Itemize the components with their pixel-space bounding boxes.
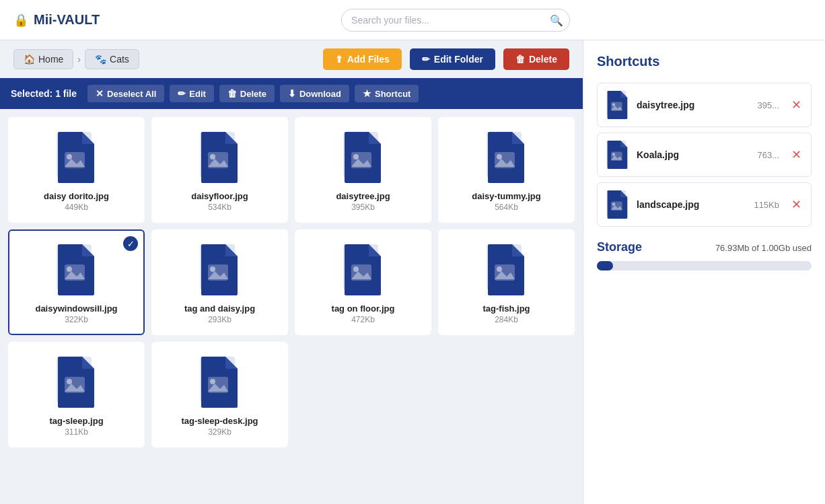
svg-point-14 <box>67 266 72 272</box>
file-name: tag-fish.jpg <box>482 303 530 314</box>
breadcrumb-cats-label: Cats <box>110 54 129 65</box>
file-card[interactable]: tag and daisy.jpg 293Kb <box>151 229 288 335</box>
star-icon: ★ <box>363 88 371 99</box>
svg-point-2 <box>67 154 72 159</box>
shortcut-size: 763... <box>757 150 779 160</box>
file-icon <box>485 243 528 297</box>
lock-icon: 🔒 <box>13 13 28 28</box>
shortcut-remove-button[interactable]: ✕ <box>790 199 803 211</box>
file-card[interactable]: daisyfloor.jpg 534Kb <box>151 117 288 223</box>
breadcrumb-cats[interactable]: 🐾 Cats <box>85 49 139 69</box>
svg-point-32 <box>612 103 615 106</box>
delete-selection-button[interactable]: 🗑 Delete <box>219 85 275 102</box>
file-icon <box>199 131 242 184</box>
main-layout: 🏠 Home › 🐾 Cats ⬆ Add Files ✏ Edit Folde… <box>0 40 825 504</box>
shortcut-name: Koala.jpg <box>637 149 750 160</box>
file-name: tag on floor.jpg <box>332 303 395 314</box>
delete-button[interactable]: 🗑 Delete <box>503 48 569 70</box>
shortcut-size: 395... <box>757 100 779 110</box>
file-size: 311Kb <box>65 427 88 437</box>
cats-icon: 🐾 <box>95 54 106 65</box>
storage-bar-fill <box>597 261 613 271</box>
file-name: tag and daisy.jpg <box>184 303 255 314</box>
app-logo: 🔒 Mii-VAULT <box>13 12 100 28</box>
edit-selection-button[interactable]: ✏ Edit <box>170 85 214 102</box>
svg-point-26 <box>67 379 72 384</box>
breadcrumb-home-label: Home <box>38 54 63 65</box>
file-size: 564Kb <box>495 203 518 212</box>
file-icon <box>55 131 98 184</box>
shortcut-remove-button[interactable]: ✕ <box>790 149 803 161</box>
file-size: 284Kb <box>495 315 518 324</box>
search-bar: 🔍 <box>341 9 570 32</box>
storage-header: Storage 76.93Mb of 1.00Gb used <box>597 240 812 254</box>
selected-count: Selected: 1 file <box>11 88 77 99</box>
svg-point-23 <box>497 266 502 272</box>
storage-title: Storage <box>597 240 642 254</box>
svg-point-29 <box>210 379 215 384</box>
left-panel: 🏠 Home › 🐾 Cats ⬆ Add Files ✏ Edit Folde… <box>0 40 583 504</box>
file-icon <box>55 355 98 409</box>
file-size: 534Kb <box>208 203 231 212</box>
file-card[interactable]: daisy dorito.jpg 449Kb <box>8 117 145 223</box>
shortcut-name: daisytree.jpg <box>637 100 750 110</box>
file-size: 449Kb <box>65 203 88 212</box>
selection-bar: Selected: 1 file ✕ Deselect All ✏ Edit 🗑… <box>0 78 583 109</box>
upload-icon: ⬆ <box>335 54 343 65</box>
svg-point-20 <box>353 266 359 272</box>
shortcuts-title: Shortcuts <box>597 54 812 69</box>
file-size: 293Kb <box>208 315 231 324</box>
search-input[interactable] <box>341 9 570 32</box>
shortcut-item: landscape.jpg 115Kb ✕ <box>597 182 812 227</box>
header: 🔒 Mii-VAULT 🔍 <box>0 0 825 40</box>
download-icon: ⬇ <box>288 88 296 99</box>
file-card[interactable]: daisy-tummy.jpg 564Kb <box>438 117 575 223</box>
file-card[interactable]: tag-sleep.jpg 311Kb <box>8 342 145 447</box>
file-name: daisy dorito.jpg <box>44 191 109 201</box>
edit-icon: ✏ <box>422 54 430 65</box>
app-title: Mii-VAULT <box>34 12 100 28</box>
storage-bar-background <box>597 261 812 271</box>
file-card[interactable]: tag-fish.jpg 284Kb <box>438 229 575 335</box>
file-card[interactable]: ✓ daisywindowsill.jpg 322Kb <box>8 229 145 335</box>
svg-point-8 <box>353 154 359 159</box>
file-icon <box>199 243 242 297</box>
shortcut-file-icon <box>606 140 630 170</box>
file-name: daisywindowsill.jpg <box>35 303 117 314</box>
file-icon <box>199 355 242 409</box>
file-size: 322Kb <box>65 315 88 324</box>
shortcut-item: Koala.jpg 763... ✕ <box>597 133 812 177</box>
file-icon <box>342 131 385 184</box>
file-card[interactable]: tag on floor.jpg 472Kb <box>295 229 431 335</box>
shortcut-remove-button[interactable]: ✕ <box>790 99 803 111</box>
shortcut-button[interactable]: ★ Shortcut <box>355 85 419 102</box>
breadcrumb-separator: › <box>77 54 81 65</box>
shortcut-list: daisytree.jpg 395... ✕ Koala.jpg 763... … <box>597 83 812 227</box>
trash-icon: 🗑 <box>515 54 525 65</box>
file-size: 329Kb <box>208 427 231 437</box>
search-button[interactable]: 🔍 <box>550 13 563 26</box>
storage-section: Storage 76.93Mb of 1.00Gb used <box>597 240 812 271</box>
shortcut-file-icon <box>606 190 630 219</box>
file-size: 395Kb <box>351 203 375 212</box>
file-icon <box>485 131 528 184</box>
add-files-button[interactable]: ⬆ Add Files <box>323 48 402 70</box>
right-panel: Shortcuts daisytree.jpg 395... ✕ Koala.j… <box>583 40 825 504</box>
svg-point-5 <box>210 154 215 159</box>
shortcut-name: landscape.jpg <box>637 199 747 210</box>
file-icon <box>55 243 98 297</box>
file-card[interactable]: tag-sleep-desk.jpg 329Kb <box>151 342 288 447</box>
breadcrumb-home[interactable]: 🏠 Home <box>13 49 73 69</box>
deselect-all-button[interactable]: ✕ Deselect All <box>87 85 164 102</box>
file-name: daisytree.jpg <box>336 191 390 201</box>
download-button[interactable]: ⬇ Download <box>280 85 349 102</box>
file-card[interactable]: daisytree.jpg 395Kb <box>295 117 431 223</box>
shortcut-item: daisytree.jpg 395... ✕ <box>597 83 812 127</box>
edit-folder-button[interactable]: ✏ Edit Folder <box>410 48 495 70</box>
file-name: tag-sleep.jpg <box>49 416 103 426</box>
file-icon <box>342 243 385 297</box>
close-icon: ✕ <box>96 88 104 99</box>
file-name: daisy-tummy.jpg <box>472 191 540 201</box>
home-icon: 🏠 <box>24 54 35 65</box>
svg-point-17 <box>210 266 215 272</box>
